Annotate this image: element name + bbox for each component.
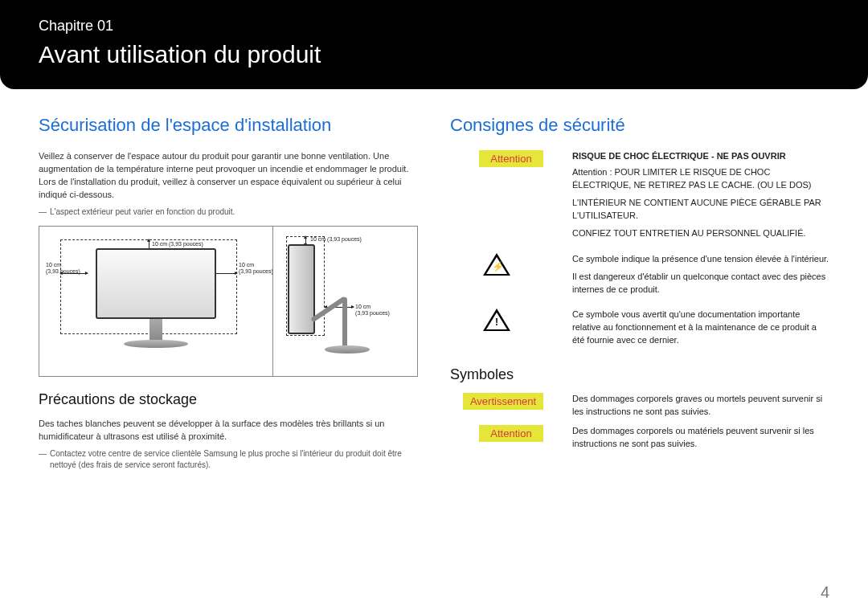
monitor-side-icon (288, 244, 392, 365)
avertissement-text: Des dommages corporels graves ou mortels… (572, 393, 829, 419)
risk-p1: Attention : POUR LIMITER LE RISQUE DE CH… (572, 166, 829, 192)
chapter-title: Avant utilisation du produit (39, 41, 829, 68)
chapter-label: Chapitre 01 (39, 18, 829, 35)
high-voltage-icon: ⚡ (483, 253, 510, 276)
attention2-row: Attention Des dommages corporels ou maté… (450, 425, 829, 451)
dim-left-in: (3,93 pouces) (46, 268, 80, 275)
avertissement-badge: Avertissement (463, 393, 543, 410)
section-heading-safety: Consignes de sécurité (450, 115, 829, 136)
attention2-text: Des dommages corporels ou matériels peuv… (572, 425, 829, 451)
risk-block: Attention RISQUE DE CHOC ÉLECTRIQUE - NE… (450, 150, 829, 245)
risk-p2: L'INTÉRIEUR NE CONTIENT AUCUNE PIÈCE GÉR… (572, 197, 829, 223)
bolt-text: Ce symbole indique la présence d'une ten… (572, 253, 829, 301)
exclamation-symbol-row: ! Ce symbole vous avertit qu'une documen… (450, 309, 829, 352)
attention-badge: Attention (479, 150, 543, 167)
dim-top: 10 cm (3,93 pouces) (152, 241, 203, 247)
chapter-header: Chapitre 01 Avant utilisation du produit (0, 0, 868, 89)
dim-left-cm: 10 cm (46, 262, 61, 268)
precautions-body: Des taches blanches peuvent se développe… (39, 418, 418, 443)
right-column: Consignes de sécurité Attention RISQUE D… (450, 115, 829, 477)
section-heading-installation: Sécurisation de l'espace d'installation (39, 115, 418, 136)
bolt-text-1: Ce symbole indique la présence d'une ten… (572, 253, 829, 266)
bolt-text-2: Il est dangereux d'établir un quelconque… (572, 271, 829, 296)
precautions-note: Contactez votre centre de service client… (39, 448, 418, 471)
excl-text: Ce symbole vous avertit qu'une documenta… (572, 309, 829, 347)
left-column: Sécurisation de l'espace d'installation … (39, 115, 418, 477)
attention2-badge: Attention (479, 425, 543, 442)
bolt-icon: ⚡ (492, 261, 502, 272)
diagram-side-cell: 10 cm (3,93 pouces) 10 cm (3,93 pouces) (272, 227, 417, 376)
dim-side-top: 10 cm (3,93 pouces) (310, 236, 362, 243)
installation-body: Veillez à conserver de l'espace autour d… (39, 150, 418, 202)
exclamation-text: Ce symbole vous avertit qu'une documenta… (572, 309, 829, 352)
avertissement-row: Avertissement Des dommages corporels gra… (450, 393, 829, 419)
bolt-symbol-row: ⚡ Ce symbole indique la présence d'une t… (450, 253, 829, 301)
exclamation-icon: ! (492, 317, 502, 328)
risk-p3: CONFIEZ TOUT ENTRETIEN AU PERSONNEL QUAL… (572, 227, 829, 240)
installation-note: L'aspect extérieur peut varier en foncti… (39, 206, 418, 218)
risk-title: RISQUE DE CHOC ÉLECTRIQUE - NE PAS OUVRI… (572, 150, 829, 163)
warning-triangle-icon: ! (483, 309, 510, 331)
subsection-symbols: Symboles (450, 366, 829, 383)
content-area: Sécurisation de l'espace d'installation … (0, 89, 868, 477)
monitor-front-icon (96, 248, 216, 348)
subsection-precautions: Précautions de stockage (39, 391, 418, 408)
dim-right-in: (3,93 pouces) (239, 268, 273, 275)
dim-right-cm: 10 cm (239, 262, 254, 268)
risk-body: RISQUE DE CHOC ÉLECTRIQUE - NE PAS OUVRI… (572, 150, 829, 245)
clearance-diagram: 10 cm (3,93 pouces) 10 cm (3,93 pouces) … (39, 226, 418, 377)
diagram-front-cell: 10 cm (3,93 pouces) 10 cm (3,93 pouces) … (39, 227, 272, 376)
page-number: 4 (821, 583, 829, 602)
